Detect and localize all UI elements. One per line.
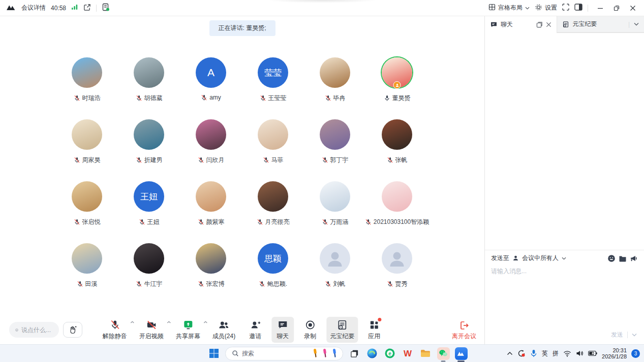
maximize-button[interactable] bbox=[609, 2, 624, 14]
svg-text:e: e bbox=[388, 351, 391, 356]
start-video-button[interactable]: 开启视频 bbox=[136, 317, 167, 343]
participant-tile[interactable]: 闫欣月 bbox=[180, 119, 242, 165]
tab-notes[interactable]: 元宝纪要 bbox=[557, 16, 626, 32]
start-video-label: 开启视频 bbox=[139, 332, 164, 341]
participant-avatar bbox=[258, 119, 288, 150]
task-view-button[interactable] bbox=[348, 347, 361, 360]
edge-browser-icon[interactable] bbox=[365, 347, 379, 360]
close-icon[interactable] bbox=[546, 22, 551, 27]
chevron-down-icon[interactable] bbox=[562, 257, 566, 260]
announce-icon[interactable] bbox=[630, 254, 638, 262]
minimize-button[interactable] bbox=[593, 2, 607, 14]
fullscreen-button[interactable] bbox=[562, 4, 569, 12]
mic-icon[interactable] bbox=[530, 349, 537, 357]
side-panel-toggle-icon[interactable] bbox=[574, 4, 582, 12]
input-lang-en[interactable]: 英 bbox=[542, 349, 548, 358]
speaking-banner: 正在讲话: 董昊赟; bbox=[209, 20, 275, 36]
participant-tile[interactable]: 万雨涵 bbox=[304, 181, 366, 227]
participant-tile[interactable]: Aamy bbox=[180, 57, 242, 103]
chat-input[interactable] bbox=[491, 267, 638, 324]
quick-chat-input[interactable] bbox=[21, 326, 53, 334]
taskbar-search[interactable] bbox=[225, 347, 343, 360]
participant-avatar bbox=[72, 57, 102, 88]
participant-tile[interactable]: 马菲 bbox=[242, 119, 304, 165]
leave-meeting-button[interactable]: 离开会议 bbox=[452, 320, 476, 341]
start-button[interactable] bbox=[207, 347, 221, 360]
wechat-icon[interactable] bbox=[437, 347, 450, 360]
participant-tile[interactable]: 张帆 bbox=[366, 119, 428, 165]
participant-tile[interactable]: 20210303100智添颖 bbox=[366, 181, 428, 227]
wps-icon[interactable]: W bbox=[401, 347, 414, 360]
participant-tile[interactable]: 胡德葳 bbox=[118, 57, 180, 103]
search-input[interactable] bbox=[242, 350, 293, 357]
battery-icon[interactable] bbox=[588, 350, 597, 356]
summary-doc-icon[interactable] bbox=[102, 3, 110, 13]
send-to-selector[interactable]: 会议中所有人 bbox=[522, 254, 559, 262]
mic-off-icon bbox=[387, 157, 393, 163]
participant-tile[interactable]: 田溪 bbox=[56, 243, 118, 289]
participant-tile[interactable]: 张启悦 bbox=[56, 181, 118, 227]
emoji-icon[interactable] bbox=[607, 254, 616, 262]
tab-chat[interactable]: 聊天 bbox=[485, 16, 557, 33]
chevron-up-icon[interactable] bbox=[507, 351, 513, 355]
participant-tile[interactable]: 王妞王妞 bbox=[118, 181, 180, 227]
participant-tile[interactable]: 折建男 bbox=[118, 119, 180, 165]
notes-icon bbox=[336, 319, 348, 331]
layout-selector[interactable]: 宫格布局 bbox=[488, 4, 530, 12]
sync-icon[interactable] bbox=[517, 349, 526, 357]
participant-name: 董昊赟 bbox=[384, 94, 411, 103]
participant-tile[interactable]: 贾秀 bbox=[366, 243, 428, 289]
members-button[interactable]: 成员(24) bbox=[209, 317, 239, 343]
participant-tile[interactable]: 刘帆 bbox=[304, 243, 366, 289]
settings-button[interactable]: 设置 bbox=[535, 4, 557, 13]
pop-out-icon[interactable] bbox=[536, 21, 543, 28]
participant-tile[interactable]: 颜紫寒 bbox=[180, 181, 242, 227]
open-external-icon[interactable] bbox=[83, 4, 91, 13]
invite-button[interactable]: 邀请 bbox=[244, 317, 266, 343]
speaker-icon[interactable] bbox=[576, 350, 584, 357]
close-button[interactable] bbox=[626, 2, 640, 14]
chevron-down-icon[interactable] bbox=[634, 22, 639, 26]
participant-tile[interactable]: 牛江宇 bbox=[118, 243, 180, 289]
wifi-icon[interactable] bbox=[563, 350, 571, 357]
folder-icon[interactable] bbox=[619, 254, 627, 262]
participant-tile[interactable]: 张宏博 bbox=[180, 243, 242, 289]
participant-grid: 时瑞浩胡德葳Aamy莹莹王莹莹毕冉董昊赟周家昊折建男闫欣月马菲郭丁宇张帆张启悦王… bbox=[56, 57, 428, 289]
record-label: 录制 bbox=[304, 332, 316, 341]
participant-tile[interactable]: 郭丁宇 bbox=[304, 119, 366, 165]
quick-chat-input-wrap[interactable] bbox=[9, 322, 59, 338]
chevron-up-icon[interactable] bbox=[167, 321, 171, 323]
share-screen-button[interactable]: 共享屏幕 bbox=[172, 317, 204, 343]
participant-tile[interactable]: 思颖鲍思颖. bbox=[242, 243, 304, 289]
file-explorer-icon[interactable] bbox=[419, 347, 432, 360]
notification-count-badge[interactable]: 3 bbox=[631, 349, 640, 358]
chevron-down-icon[interactable] bbox=[632, 333, 637, 337]
unmute-button[interactable]: 解除静音 bbox=[99, 317, 131, 343]
participant-tile[interactable]: 周家昊 bbox=[56, 119, 118, 165]
participant-avatar bbox=[320, 243, 350, 274]
chevron-up-icon[interactable] bbox=[203, 321, 207, 323]
notes-button[interactable]: 元宝纪要 bbox=[326, 317, 358, 343]
mic-off-icon bbox=[259, 281, 265, 287]
input-lang-pinyin[interactable]: 拼 bbox=[553, 349, 559, 358]
participant-tile[interactable]: 董昊赟 bbox=[366, 57, 428, 103]
taskbar-clock[interactable]: 20:31 2026/1/28 bbox=[602, 347, 627, 359]
send-button[interactable]: 发送 bbox=[611, 331, 623, 339]
default-avatar-icon bbox=[325, 248, 345, 269]
participant-tile[interactable]: 时瑞浩 bbox=[56, 57, 118, 103]
apps-button[interactable]: 应用 bbox=[363, 317, 385, 343]
raise-hand-button[interactable] bbox=[63, 322, 82, 338]
participant-name: 郭丁宇 bbox=[322, 156, 349, 164]
participant-tile[interactable]: 莹莹王莹莹 bbox=[242, 57, 304, 103]
chat-message-list[interactable] bbox=[485, 33, 644, 250]
record-button[interactable]: 录制 bbox=[299, 317, 321, 343]
participant-tile[interactable]: 月亮很亮 bbox=[242, 181, 304, 227]
chat-button[interactable]: 聊天 bbox=[271, 317, 294, 343]
participant-tile[interactable]: 毕冉 bbox=[304, 57, 366, 103]
chevron-up-icon[interactable] bbox=[130, 321, 134, 323]
chat-input-area[interactable] bbox=[485, 266, 644, 325]
meeting-details-button[interactable]: 会议详情 bbox=[21, 4, 46, 12]
browser-360-icon[interactable]: e bbox=[383, 347, 396, 360]
search-highlight-brushes-icon[interactable] bbox=[310, 348, 340, 359]
tencent-meeting-icon[interactable] bbox=[454, 347, 468, 360]
